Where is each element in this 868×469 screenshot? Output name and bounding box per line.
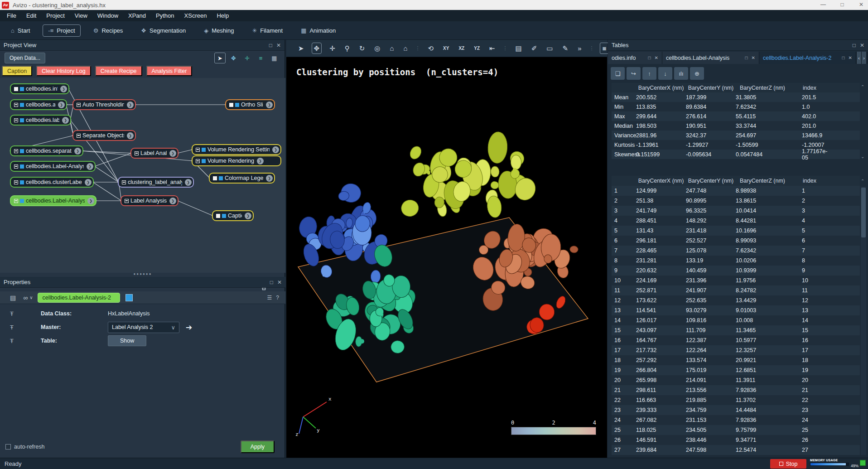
checkbox[interactable] [5, 444, 11, 450]
node-menu-chevron-icon[interactable]: ❯ [245, 213, 251, 219]
ribbon-tab-recipes[interactable]: ⚙Recipes [88, 24, 129, 37]
link-icon[interactable]: ∞ [23, 294, 28, 301]
target-icon[interactable]: ⊕ [690, 67, 704, 80]
vertical-scrollbar[interactable] [861, 187, 866, 455]
rotate-icon[interactable]: ↻ [357, 43, 367, 53]
layout-icon[interactable]: ▦ [269, 53, 280, 63]
node-menu-chevron-icon[interactable]: ❯ [62, 117, 69, 124]
table-row[interactable]: 1124.999247.7488.989381 [612, 186, 860, 196]
node-menu-chevron-icon[interactable]: ❯ [127, 102, 134, 108]
node-menu-chevron-icon[interactable]: ❯ [169, 198, 176, 204]
menu-item-edit[interactable]: Edit [21, 10, 41, 21]
graph-node-capt[interactable]: Caption❯ [212, 210, 254, 221]
module-name-field[interactable]: cellbodies.Label-Analysis-2 [38, 293, 120, 303]
graph-node-sepobj[interactable]: Separate Objects❯ [72, 130, 136, 141]
scroll-up-icon[interactable]: ⌃ [861, 179, 864, 184]
ribbon-tab-filament[interactable]: ✳Filament [246, 24, 288, 37]
stop-button[interactable]: Stop [770, 459, 806, 469]
node-menu-chevron-icon[interactable]: ❯ [272, 146, 279, 153]
table-row[interactable]: 25118.025234.5059.7579925 [612, 425, 860, 435]
close-tab-icon[interactable]: ✕ [752, 55, 755, 60]
ribbon-tab-meshing[interactable]: ◈Meshing [198, 24, 239, 37]
seek-icon[interactable]: ◎ [372, 43, 382, 53]
table-row[interactable]: 7228.465125.0787.623427 [612, 246, 860, 256]
caption-button[interactable]: Caption [2, 66, 32, 76]
scrollbar-thumb[interactable] [861, 188, 866, 237]
table-row[interactable]: 19266.804175.01912.685119 [612, 365, 860, 375]
chevron-down-icon[interactable]: ∨ [29, 295, 33, 300]
node-menu-chevron-icon[interactable]: ❯ [87, 198, 94, 204]
node-menu-chevron-icon[interactable]: ❯ [87, 163, 93, 170]
menu-item-window[interactable]: Window [92, 10, 123, 21]
hand-icon[interactable]: ✥ [228, 53, 239, 63]
graph-node-la2[interactable]: Label Analysis 2❯ [121, 195, 178, 206]
close-tab-icon[interactable]: ✕ [655, 55, 658, 60]
graph-node-vr[interactable]: Volume Rendering❯ [192, 155, 281, 166]
node-menu-chevron-icon[interactable]: ❯ [185, 179, 192, 186]
zoom-icon[interactable]: ⚲ [343, 43, 352, 53]
table-row[interactable]: 27239.684247.59812.547427 [612, 445, 860, 455]
pin-icon[interactable]: Ŧ [10, 338, 17, 344]
translate-icon[interactable]: ✛ [328, 43, 337, 53]
apply-button[interactable]: Apply [241, 440, 275, 453]
export-icon[interactable]: ↪ [627, 67, 641, 80]
view-yz-icon[interactable]: YZ [472, 44, 482, 53]
table-row[interactable]: 18257.292133.57420.992118 [612, 355, 860, 365]
graph-node-script[interactable]: clustering_label_analysis❯ [118, 177, 194, 188]
graph-node-info[interactable]: cellbodies.info❯ [10, 83, 69, 94]
snapshot-icon[interactable]: ▤ [514, 43, 524, 53]
close-icon[interactable]: ✕ [277, 279, 282, 285]
table-row[interactable]: 20265.998214.09111.391120 [612, 375, 860, 385]
node-menu-chevron-icon[interactable]: ❯ [266, 102, 273, 108]
undock-icon[interactable]: □ [269, 42, 272, 48]
view-xz-icon[interactable]: XZ [457, 44, 466, 53]
goto-master-arrow-icon[interactable]: ➔ [186, 323, 192, 332]
ribbon-tab-start[interactable]: ⌂Start [5, 24, 35, 37]
view-back-icon[interactable]: ⇤ [487, 43, 497, 53]
ribbon-tab-project[interactable]: -≡Project [43, 24, 80, 37]
table-row[interactable]: 16164.767122.38710.597716 [612, 335, 860, 345]
pointer-icon[interactable]: ➤ [214, 53, 226, 63]
probe-icon[interactable]: ✐ [530, 43, 539, 53]
duplicate-icon[interactable]: ❏ [611, 67, 625, 80]
menu-item-view[interactable]: View [70, 10, 92, 21]
minimize-button[interactable]: — [814, 0, 833, 10]
graph-node-la2data[interactable]: cellbodies.Label-Analysis-2*❯ [10, 195, 96, 206]
table-row[interactable]: 12173.622252.63513.442912 [612, 295, 860, 305]
scroll-up-icon[interactable]: ⌃ [861, 84, 864, 89]
menu-item-file[interactable]: File [2, 10, 21, 21]
open-data-button[interactable]: Open Data... [5, 53, 45, 63]
float-tab-icon[interactable]: □ [842, 55, 845, 60]
annotate-icon[interactable]: ✎ [561, 43, 570, 53]
ribbon-tab-segmentation[interactable]: ❖Segmentation [135, 24, 191, 37]
node-menu-chevron-icon[interactable]: ❯ [257, 158, 264, 164]
table-tab-2[interactable]: cellbodies.Label-Analysis□✕ [662, 52, 759, 64]
table-row[interactable]: 9220.632140.45910.93999 [612, 266, 860, 276]
sort-down-icon[interactable]: ↓ [658, 67, 672, 80]
table-row[interactable]: 5131.43231.41810.16965 [612, 226, 860, 236]
table-row[interactable]: 17217.732122.26412.325717 [612, 345, 860, 355]
table-row[interactable]: 3241.74996.332510.04143 [612, 206, 860, 216]
menu-item-project[interactable]: Project [41, 10, 69, 21]
undock-icon[interactable]: □ [270, 279, 273, 285]
node-menu-chevron-icon[interactable]: ❯ [127, 132, 134, 139]
graph-node-am[interactable]: cellbodies.am❯ [10, 99, 67, 110]
table-row[interactable]: 22116.663219.88511.370222 [612, 395, 860, 405]
help-icon[interactable]: ? [276, 295, 279, 301]
menu-item-python[interactable]: Python [151, 10, 179, 21]
tree-icon[interactable]: ≡ [255, 53, 266, 63]
interact-icon[interactable]: ✛ [241, 53, 253, 63]
3d-scene[interactable]: xyz [286, 57, 607, 458]
pin-icon[interactable]: Ŧ [10, 310, 17, 317]
module-color-swatch[interactable] [125, 294, 133, 301]
menu-item-help[interactable]: Help [212, 10, 234, 21]
float-tab-icon[interactable]: □ [648, 55, 651, 60]
table-row[interactable]: 11252.871241.9078.2478211 [612, 285, 860, 295]
pin-icon[interactable]: Ŧ [10, 324, 17, 331]
graph-node-la[interactable]: Label Analysis❯ [130, 148, 178, 159]
master-dropdown[interactable]: Label Analysis 2 ∨ [108, 322, 179, 333]
undock-icon[interactable]: □ [853, 42, 856, 48]
graph-node-labels[interactable]: cellbodies.labels❯ [10, 115, 71, 126]
pan-icon[interactable]: ✥ [312, 43, 322, 54]
ortho-box-icon[interactable]: ■ [600, 43, 608, 54]
